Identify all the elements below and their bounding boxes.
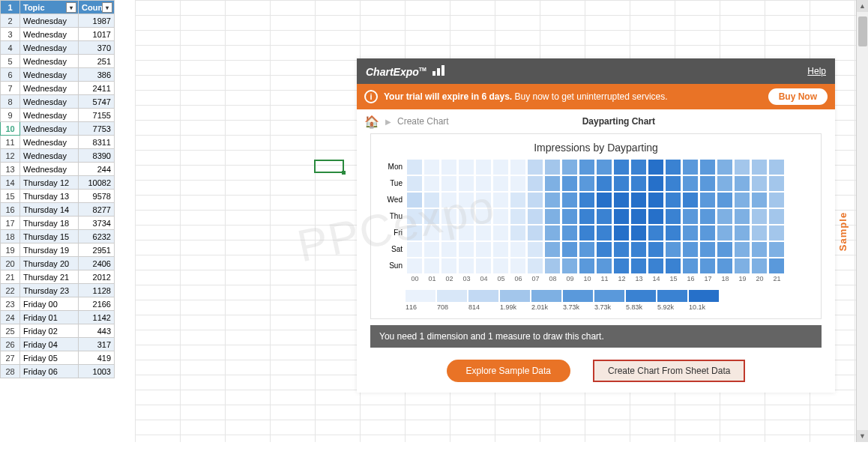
cell-topic[interactable]: Friday 01: [20, 311, 79, 324]
row-header[interactable]: 16: [1, 203, 20, 217]
row-header[interactable]: 9: [1, 109, 20, 122]
scroll-thumb[interactable]: [858, 16, 867, 46]
filter-icon[interactable]: ▾: [66, 2, 76, 13]
cell-topic[interactable]: Wednesday: [20, 41, 79, 55]
row-header[interactable]: 3: [1, 28, 20, 41]
cell-count[interactable]: 2951: [79, 243, 115, 257]
cell-count[interactable]: 1003: [79, 365, 115, 378]
explore-sample-button[interactable]: Explore Sample Data: [447, 360, 570, 382]
cell-topic[interactable]: Thursday 19: [20, 243, 79, 257]
cell-count[interactable]: 317: [79, 338, 115, 351]
heatmap-y-label: Fri: [379, 226, 406, 240]
cell-topic[interactable]: Friday 00: [20, 297, 79, 311]
row-header[interactable]: 11: [1, 136, 20, 149]
cell-topic[interactable]: Friday 04: [20, 338, 79, 351]
cell-topic[interactable]: Thursday 20: [20, 257, 79, 270]
cell-topic[interactable]: Thursday 18: [20, 217, 79, 230]
cell-count[interactable]: 2406: [79, 257, 115, 270]
row-header[interactable]: 19: [1, 243, 20, 257]
row-header[interactable]: 21: [1, 270, 20, 284]
row-header[interactable]: 27: [1, 351, 20, 365]
fill-handle[interactable]: [342, 171, 346, 175]
cell-topic[interactable]: Wednesday: [20, 55, 79, 68]
row-header[interactable]: 26: [1, 338, 20, 351]
row-header[interactable]: 17: [1, 217, 20, 230]
row-header[interactable]: 15: [1, 190, 20, 203]
scroll-down-icon[interactable]: ▼: [857, 430, 868, 442]
heatmap-cell: [528, 209, 543, 224]
row-header[interactable]: 1: [1, 1, 20, 14]
cell-count[interactable]: 1128: [79, 284, 115, 297]
scroll-up-icon[interactable]: ▲: [857, 0, 868, 12]
row-header[interactable]: 12: [1, 149, 20, 163]
cell-topic[interactable]: Wednesday: [20, 68, 79, 82]
row-header[interactable]: 25: [1, 324, 20, 338]
row-header[interactable]: 24: [1, 311, 20, 324]
cell-topic[interactable]: Friday 06: [20, 365, 79, 378]
legend-swatch: 1.99k: [500, 290, 530, 311]
cell-topic[interactable]: Friday 05: [20, 351, 79, 365]
buy-now-button[interactable]: Buy Now: [768, 88, 828, 105]
cell-count[interactable]: 5747: [79, 95, 115, 109]
row-header[interactable]: 23: [1, 297, 20, 311]
filter-icon[interactable]: ▾: [102, 2, 112, 13]
row-header[interactable]: 2: [1, 14, 20, 28]
row-header[interactable]: 4: [1, 41, 20, 55]
create-chart-button[interactable]: Create Chart From Sheet Data: [593, 360, 745, 382]
cell-count[interactable]: 8277: [79, 203, 115, 217]
row-header[interactable]: 10: [1, 122, 20, 136]
row-header[interactable]: 28: [1, 365, 20, 378]
vertical-scrollbar[interactable]: ▲ ▼: [856, 0, 868, 442]
cell-count[interactable]: 1142: [79, 311, 115, 324]
cell-topic[interactable]: Thursday 23: [20, 284, 79, 297]
cell-count[interactable]: 2012: [79, 270, 115, 284]
row-header[interactable]: 18: [1, 230, 20, 243]
cell-count[interactable]: 2411: [79, 82, 115, 95]
help-link[interactable]: Help: [807, 66, 826, 76]
cell-topic[interactable]: Friday 02: [20, 324, 79, 338]
cell-topic[interactable]: Wednesday: [20, 109, 79, 122]
sample-tab[interactable]: Sample: [837, 212, 848, 251]
cell-count[interactable]: 8390: [79, 149, 115, 163]
row-header[interactable]: 5: [1, 55, 20, 68]
cell-count[interactable]: 10082: [79, 176, 115, 190]
cell-count[interactable]: 386: [79, 68, 115, 82]
row-header[interactable]: 14: [1, 176, 20, 190]
cell-count[interactable]: 1017: [79, 28, 115, 41]
row-header[interactable]: 7: [1, 82, 20, 95]
cell-count[interactable]: 8311: [79, 136, 115, 149]
cell-count[interactable]: 251: [79, 55, 115, 68]
cell-topic[interactable]: Wednesday: [20, 149, 79, 163]
cell-topic[interactable]: Wednesday: [20, 163, 79, 176]
cell-count[interactable]: 2166: [79, 297, 115, 311]
cell-topic[interactable]: Thursday 12: [20, 176, 79, 190]
row-header[interactable]: 6: [1, 68, 20, 82]
cell-count[interactable]: Count▾: [79, 1, 115, 14]
cell-topic[interactable]: Wednesday: [20, 95, 79, 109]
cell-topic[interactable]: Wednesday: [20, 136, 79, 149]
cell-topic[interactable]: Thursday 13: [20, 190, 79, 203]
cell-topic[interactable]: Thursday 14: [20, 203, 79, 217]
cell-count[interactable]: 370: [79, 41, 115, 55]
cell-topic[interactable]: Thursday 21: [20, 270, 79, 284]
cell-count[interactable]: 9578: [79, 190, 115, 203]
cell-count[interactable]: 244: [79, 163, 115, 176]
row-header[interactable]: 8: [1, 95, 20, 109]
home-icon[interactable]: 🏠: [364, 115, 379, 129]
cell-count[interactable]: 1987: [79, 14, 115, 28]
cell-count[interactable]: 419: [79, 351, 115, 365]
cell-topic[interactable]: Wednesday: [20, 14, 79, 28]
cell-count[interactable]: 443: [79, 324, 115, 338]
cell-topic[interactable]: Thursday 15: [20, 230, 79, 243]
cell-count[interactable]: 6232: [79, 230, 115, 243]
cell-count[interactable]: 3734: [79, 217, 115, 230]
cell-count[interactable]: 7155: [79, 109, 115, 122]
cell-topic[interactable]: Wednesday: [20, 28, 79, 41]
cell-topic[interactable]: Wednesday: [20, 122, 79, 136]
cell-topic[interactable]: Wednesday: [20, 82, 79, 95]
row-header[interactable]: 20: [1, 257, 20, 270]
row-header[interactable]: 22: [1, 284, 20, 297]
cell-topic[interactable]: Topic▾: [20, 1, 79, 14]
row-header[interactable]: 13: [1, 163, 20, 176]
cell-count[interactable]: 7753: [79, 122, 115, 136]
